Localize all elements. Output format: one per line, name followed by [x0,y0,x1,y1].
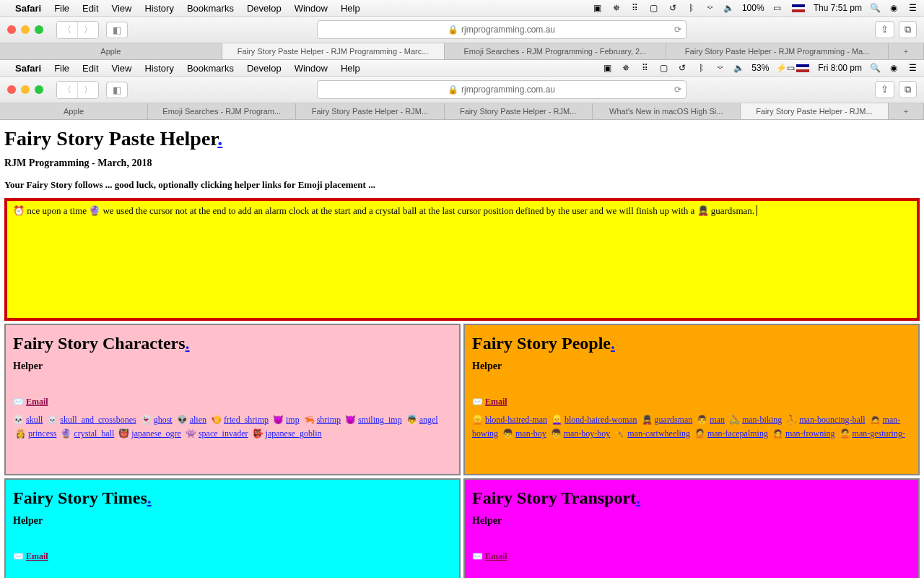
menu-file[interactable]: File [48,63,76,74]
siri-icon[interactable]: ◉ [888,63,899,73]
emoji-link[interactable]: japanese_goblin [266,428,322,439]
menu-help[interactable]: Help [334,3,367,14]
menu-view[interactable]: View [105,63,139,74]
clock[interactable]: Fri 8:00 pm [818,63,862,73]
tab-whatsnew[interactable]: What's New in macOS High Si... [593,103,741,119]
title-link[interactable]: . [611,334,615,353]
back-button[interactable]: 〈 [57,82,77,98]
emoji-link[interactable]: guardsman [655,415,693,425]
new-tab-button[interactable]: + [889,103,924,119]
emoji-link[interactable]: imp [286,415,300,425]
close-button[interactable] [7,25,16,34]
story-textarea[interactable]: ⏰ nce upon a time 🔮 we used the cursor n… [4,198,920,321]
emoji-link[interactable]: smiling_imp [358,415,402,425]
bluetooth-icon[interactable]: ᛒ [695,63,707,73]
wifi-icon[interactable]: ⌔ [714,63,725,73]
emoji-link[interactable]: blond-haired-man [485,415,547,425]
app-name[interactable]: Safari [9,63,48,74]
email-link[interactable]: Email [26,551,48,561]
share-button[interactable]: ⇪ [875,21,894,38]
emoji-link[interactable]: japanese_ogre [131,428,181,439]
emoji-link[interactable]: crystal_ball [74,428,114,439]
tab-fairy-a[interactable]: Fairy Story Paste Helper - RJM... [296,103,444,119]
menu-develop[interactable]: Develop [240,63,288,74]
status-icon[interactable]: ⠿ [639,63,650,73]
tabs-button[interactable]: ⧉ [899,81,917,98]
airplay-icon[interactable]: ▢ [658,63,669,73]
email-link[interactable]: Email [26,397,48,407]
tabs-button[interactable]: ⧉ [899,21,917,38]
status-icon[interactable]: ✵ [611,3,622,13]
menu-history[interactable]: History [138,63,180,74]
email-link[interactable]: Email [485,397,507,407]
battery-charging-icon[interactable]: ⚡▭ [776,63,788,73]
siri-icon[interactable]: ◉ [888,3,899,13]
menu-edit[interactable]: Edit [76,63,105,74]
menu-window[interactable]: Window [288,63,334,74]
sidebar-button[interactable]: ◧ [106,82,128,98]
menu-help[interactable]: Help [334,63,367,74]
address-bar[interactable]: 🔒 rjmprogramming.com.au ⟳ [317,80,687,99]
emoji-link[interactable]: blond-haired-woman [565,415,637,425]
minimize-button[interactable] [21,85,30,94]
forward-button[interactable]: 〉 [77,82,98,98]
title-link[interactable]: . [636,488,640,507]
bluetooth-icon[interactable]: ᛒ [686,3,697,13]
emoji-link[interactable]: angel [419,415,438,425]
status-icon[interactable]: ⠿ [629,3,641,13]
zoom-button[interactable] [35,25,43,34]
emoji-link[interactable]: man-boy-boy [564,428,611,439]
emoji-link[interactable]: ghost [154,415,173,425]
close-button[interactable] [7,85,16,94]
title-link[interactable]: . [147,488,152,507]
battery-percent[interactable]: 100% [742,3,764,13]
emoji-link[interactable]: man-boy [515,428,546,439]
tab-fairy-1[interactable]: Fairy Story Paste Helper - RJM Programmi… [222,43,445,59]
timemachine-icon[interactable]: ↺ [667,3,679,13]
emoji-link[interactable]: man [710,415,725,425]
emoji-link[interactable]: man-gesturing- [853,428,905,439]
status-icon[interactable]: ✵ [620,63,632,73]
tab-fairy-2[interactable]: Fairy Story Paste Helper - RJM Programmi… [666,43,889,59]
share-button[interactable]: ⇪ [875,81,894,98]
emoji-link[interactable]: man-biking [742,415,782,425]
tab-apple[interactable]: Apple [0,103,148,119]
emoji-link[interactable]: man-facepalming [707,428,768,439]
tab-emoji[interactable]: Emoji Searches - RJM Program... [148,103,296,119]
battery-percent[interactable]: 53% [751,63,769,73]
emoji-link[interactable]: princess [28,428,56,439]
zoom-button[interactable] [35,85,43,94]
reload-icon[interactable]: ⟳ [674,85,681,95]
battery-icon[interactable]: ▭ [772,3,783,13]
back-button[interactable]: 〈 [57,22,77,38]
emoji-link[interactable]: shrimp [317,415,341,425]
sidebar-button[interactable]: ◧ [106,22,128,38]
menu-develop[interactable]: Develop [240,3,288,14]
spotlight-icon[interactable]: 🔍 [869,3,881,13]
menu-edit[interactable]: Edit [76,3,105,14]
email-link[interactable]: Email [485,551,507,561]
flag-icon[interactable] [792,4,805,12]
emoji-link[interactable]: man-bouncing-ball [799,415,865,425]
spotlight-icon[interactable]: 🔍 [869,63,881,73]
tab-fairy-c[interactable]: Fairy Story Paste Helper - RJM... [741,103,889,119]
volume-icon[interactable]: 🔈 [733,63,744,73]
tab-fairy-b[interactable]: Fairy Story Paste Helper - RJM... [445,103,593,119]
menu-window[interactable]: Window [288,3,334,14]
emoji-link[interactable]: man-cartwheeling [627,428,690,439]
volume-icon[interactable]: 🔈 [723,3,735,13]
airplay-icon[interactable]: ▢ [648,3,660,13]
tab-apple[interactable]: Apple [0,43,222,59]
menu-history[interactable]: History [138,3,180,14]
clock[interactable]: Thu 7:51 pm [814,3,862,13]
notifications-icon[interactable]: ☰ [907,3,918,13]
forward-button[interactable]: 〉 [77,22,98,38]
emoji-link[interactable]: skull [26,415,43,425]
app-name[interactable]: Safari [9,3,48,14]
emoji-link[interactable]: alien [190,415,206,425]
menu-bookmarks[interactable]: Bookmarks [180,63,240,74]
address-bar[interactable]: 🔒 rjmprogramming.com.au ⟳ [317,20,687,39]
status-icon[interactable]: ▣ [592,3,603,13]
wifi-icon[interactable]: ⌔ [705,3,716,13]
emoji-link[interactable]: space_invader [199,428,248,439]
